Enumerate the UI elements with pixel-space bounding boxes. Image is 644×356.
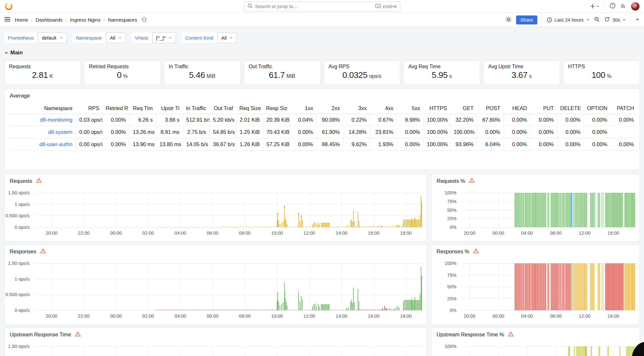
plot-area — [462, 263, 635, 310]
column-header-in-traffic[interactable]: In Traffic — [183, 103, 209, 114]
filter-value-text: default — [42, 35, 56, 41]
row-main-toggle[interactable]: Main — [4, 50, 640, 56]
filter-label[interactable]: Content Kind — [182, 33, 217, 43]
gridline — [180, 193, 181, 227]
column-header-req-size[interactable]: Req Size — [236, 103, 263, 114]
stat-panel-requests: Requests2.81K — [4, 61, 81, 85]
namespace-link[interactable]: d8-monitoring — [40, 117, 72, 123]
table-cell: 0.67% — [370, 114, 397, 126]
gridline — [148, 193, 149, 227]
column-header-https[interactable]: HTTPS — [423, 103, 450, 114]
column-header-patch[interactable]: PATCH — [610, 103, 637, 114]
column-header-upstr-ti[interactable]: Upstr Ti — [156, 103, 183, 114]
warning-icon[interactable] — [508, 331, 514, 338]
gridline — [498, 346, 499, 356]
x-tick-label: 04:00 — [521, 230, 533, 236]
bar — [318, 304, 319, 310]
zoom-out-icon[interactable] — [594, 16, 600, 23]
column-header-rps[interactable]: RPS — [76, 103, 102, 114]
panel-header: Upstream Response Time — [10, 331, 81, 338]
column-header-namespace[interactable]: Namespace — [10, 103, 76, 114]
panel-title[interactable]: Responses — [10, 248, 36, 255]
panel-title[interactable]: Upstream Response Time — [10, 332, 71, 338]
baseline-marks — [355, 226, 403, 227]
bar-block — [321, 304, 330, 310]
grafana-logo-icon[interactable] — [5, 2, 13, 11]
namespace-link[interactable]: d8-user-authn — [39, 141, 72, 147]
x-axis: 20:0022:0000:0002:0004:0006:0008:0010:00… — [35, 230, 422, 238]
panel-title[interactable]: Requests — [10, 178, 32, 184]
column-header-3xx[interactable]: 3xx — [343, 103, 370, 114]
news-icon[interactable] — [620, 3, 626, 10]
filter-value-dropdown[interactable]: [^_]* — [152, 33, 176, 43]
help-icon[interactable]: ? — [610, 3, 616, 10]
table-cell: 14.28% — [343, 126, 370, 138]
panel-title[interactable]: Upstream Response Time % — [437, 332, 504, 338]
breadcrumb-item-home[interactable]: Home — [15, 17, 28, 23]
filter-label[interactable]: Namespace — [72, 33, 105, 43]
breadcrumb-item-namespaces[interactable]: Namespaces — [108, 17, 137, 23]
filter-value-dropdown[interactable]: All — [106, 33, 126, 43]
column-header-get[interactable]: GET — [450, 103, 477, 114]
column-header-5xx[interactable]: 5xx — [397, 103, 423, 114]
column-header-req-tim[interactable]: Req Tim — [129, 103, 156, 114]
filter-value-dropdown[interactable]: default — [38, 33, 67, 43]
panel-title[interactable]: Responses % — [437, 248, 469, 255]
menu-icon[interactable] — [5, 17, 10, 23]
time-range-picker[interactable]: Last 24 hours — [547, 17, 590, 23]
filter-label[interactable]: VHost — [131, 33, 152, 43]
column-header-option[interactable]: OPTION — [584, 103, 610, 114]
search-input[interactable]: Search or jump to... cmd+k — [244, 2, 400, 11]
pct-bar — [635, 263, 635, 310]
panel-title[interactable]: Average — [10, 93, 634, 99]
warning-icon[interactable] — [36, 178, 42, 184]
stat-value: 5.46 — [189, 70, 205, 80]
panel-title[interactable]: Requests % — [437, 178, 465, 184]
pct-bar — [603, 263, 603, 310]
column-header-4xx[interactable]: 4xx — [370, 103, 397, 114]
table-cell: 57.25 KiB — [263, 138, 290, 150]
filter-label[interactable]: Prometheus — [4, 33, 37, 43]
warning-icon[interactable] — [75, 331, 81, 338]
gridline — [52, 263, 52, 310]
namespace-link[interactable]: d8-system — [48, 129, 72, 135]
gridline — [498, 263, 499, 310]
add-button[interactable] — [590, 4, 600, 9]
refresh-icon[interactable] — [604, 17, 610, 23]
share-button[interactable]: Share — [516, 15, 537, 24]
bar — [354, 221, 355, 227]
filter-value-dropdown[interactable]: All — [217, 33, 237, 43]
bar — [396, 307, 397, 310]
y-tick-label: 100% — [445, 344, 457, 349]
favorite-star-icon[interactable] — [141, 16, 147, 23]
breadcrumb-separator: › — [31, 17, 33, 23]
column-header-resp-siz[interactable]: Resp Siz — [263, 103, 290, 114]
filter-namespace: NamespaceAll — [72, 33, 126, 43]
column-header-put[interactable]: PUT — [530, 103, 557, 114]
pct-bar — [570, 346, 570, 356]
warning-icon[interactable] — [473, 248, 479, 255]
dashboard-settings-icon[interactable] — [505, 16, 512, 23]
table-cell: 0.00% — [584, 138, 610, 150]
column-header-2xx[interactable]: 2xx — [316, 103, 343, 114]
refresh-interval-picker[interactable]: 30s — [612, 17, 626, 23]
collapse-toolbar-icon[interactable] — [635, 17, 639, 23]
column-header-retried-r[interactable]: Retried R — [102, 103, 129, 114]
stat-panels-row: Requests2.81KRetried Requests0%In Traffi… — [4, 61, 640, 85]
column-header-head[interactable]: HEAD — [504, 103, 530, 114]
stat-value-row: 0.0325ops/s — [329, 70, 396, 81]
table-cell: 0.00% — [504, 138, 530, 150]
column-header-1xx[interactable]: 1xx — [290, 103, 316, 114]
breadcrumb-item-ingress-nginx[interactable]: Ingress Nginx — [70, 17, 101, 23]
bar — [285, 298, 285, 310]
column-header-delete[interactable]: DELETE — [557, 103, 584, 114]
breadcrumb-item-dashboards[interactable]: Dashboards — [36, 17, 63, 23]
y-tick-label: 1.50 ops/s — [8, 190, 30, 195]
bar — [351, 300, 352, 310]
column-header-post[interactable]: POST — [477, 103, 504, 114]
warning-icon[interactable] — [40, 248, 46, 255]
user-avatar[interactable] — [631, 2, 639, 11]
warning-icon[interactable] — [469, 178, 475, 184]
column-header-out-traf[interactable]: Out Traf — [209, 103, 236, 114]
x-tick-label: 00:00 — [110, 230, 122, 236]
